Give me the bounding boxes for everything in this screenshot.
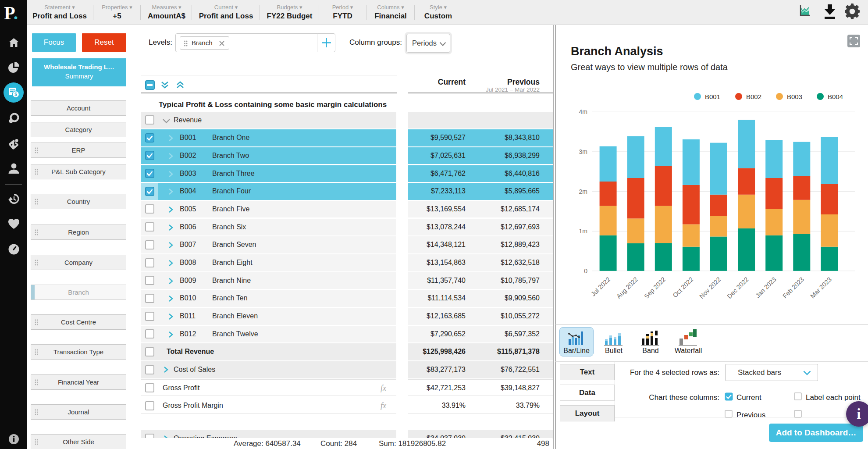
svg-text:4m: 4m <box>579 108 587 115</box>
svg-text:$: $ <box>14 92 17 97</box>
svg-text:Oct 2022: Oct 2022 <box>672 276 695 299</box>
svg-text:Jan 2023: Jan 2023 <box>754 276 778 299</box>
svg-text:1m: 1m <box>579 228 587 235</box>
svg-text:Sep 2022: Sep 2022 <box>643 276 667 300</box>
svg-text:Nov 2022: Nov 2022 <box>698 276 722 300</box>
svg-text:Dec 2022: Dec 2022 <box>726 276 750 300</box>
svg-text:Jul 2022: Jul 2022 <box>590 276 612 298</box>
svg-text:Feb 2023: Feb 2023 <box>781 276 805 300</box>
svg-text:Mar 2023: Mar 2023 <box>809 276 833 300</box>
svg-text:3m: 3m <box>579 148 587 155</box>
svg-text:Aug 2022: Aug 2022 <box>615 276 639 300</box>
svg-text:2m: 2m <box>579 188 587 195</box>
svg-text:0: 0 <box>584 267 587 274</box>
